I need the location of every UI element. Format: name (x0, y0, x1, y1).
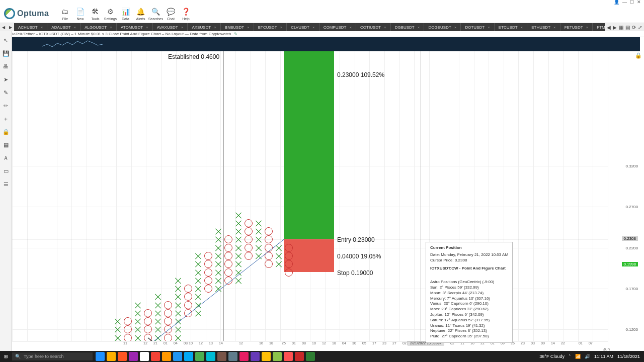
nav-back-icon[interactable]: ◀ (607, 25, 611, 30)
print-tool-icon[interactable]: 🖶 (2, 62, 10, 70)
taskbar-app-1[interactable] (107, 352, 116, 361)
clock-time[interactable]: 11:11 AM (594, 354, 613, 359)
tab-close-icon[interactable]: × (74, 25, 76, 30)
tab-close-icon[interactable]: × (586, 25, 589, 30)
tab-dogeusdt[interactable]: DOGEUSDT× (424, 23, 461, 31)
close-button[interactable]: ✕ (637, 0, 641, 5)
tray-sound-icon[interactable]: 🔊 (585, 354, 590, 359)
taskbar-app-3[interactable] (129, 352, 138, 361)
tab-close-icon[interactable]: × (280, 25, 283, 30)
grid-icon[interactable]: ▦ (619, 25, 623, 30)
taskbar-app-2[interactable] (118, 352, 127, 361)
tab-close-icon[interactable]: × (41, 25, 43, 30)
tool-alerts[interactable]: 🔔Alerts (133, 7, 147, 21)
tab-algousdt[interactable]: ALGOUSDT× (80, 23, 117, 31)
pen-tool-icon[interactable]: ✎ (2, 88, 10, 97)
tab-avaxusdt[interactable]: AVAXUSDT× (153, 23, 188, 31)
tab-nav-left[interactable]: ◀ (0, 23, 7, 31)
draw-tool-icon[interactable]: ✏ (2, 102, 10, 110)
tab-fetusdt[interactable]: FETUSDT× (560, 23, 593, 31)
tab-dotusdt[interactable]: DOTUSDT× (461, 23, 494, 31)
taskbar-app-7[interactable] (173, 352, 182, 361)
taskbar-app-9[interactable] (195, 352, 204, 361)
taskbar-app-5[interactable] (151, 352, 160, 361)
tab-close-icon[interactable]: × (146, 25, 148, 30)
tool-chat[interactable]: 💬Chat (164, 7, 178, 21)
edit-description-icon[interactable]: ✎ (234, 32, 237, 36)
taskbar-app-13[interactable] (239, 352, 249, 361)
grid-tool-icon[interactable]: ▦ (2, 141, 10, 149)
grid2-icon[interactable]: ▤ (625, 25, 630, 30)
tab-close-icon[interactable]: × (181, 25, 184, 30)
taskbar-app-15[interactable] (262, 352, 271, 361)
list-tool-icon[interactable]: ☰ (2, 180, 10, 188)
tab-label: ALGOUSDT (85, 25, 107, 30)
tab-close-icon[interactable]: × (247, 25, 250, 30)
expand-icon[interactable]: ⤢ (638, 25, 642, 30)
pointer-tool-icon[interactable]: ➤ (2, 75, 10, 83)
taskbar-search[interactable]: 🔍 Type here to search (12, 352, 93, 360)
tab-dgbusdt[interactable]: DGBUSDT× (391, 23, 425, 31)
tab-close-icon[interactable]: × (418, 25, 420, 30)
tab-close-icon[interactable]: × (384, 25, 386, 30)
taskbar-app-14[interactable] (251, 352, 260, 361)
taskbar-app-11[interactable] (217, 352, 226, 361)
tool-file[interactable]: 🗂File (58, 7, 72, 21)
tab-close-icon[interactable]: × (454, 25, 457, 30)
tab-close-icon[interactable]: × (214, 25, 216, 30)
tab-close-icon[interactable]: × (110, 25, 112, 30)
tool-help[interactable]: ❓Help (179, 7, 193, 21)
nav-fwd-icon[interactable]: ▶ (613, 25, 617, 30)
cursor-tool-icon[interactable]: ↖ (2, 36, 10, 44)
tab-close-icon[interactable]: × (488, 25, 490, 30)
minimize-button[interactable]: — (622, 0, 627, 5)
tab-ethusdt[interactable]: ETHUSDT× (527, 23, 560, 31)
taskbar-app-10[interactable] (206, 352, 215, 361)
add-tool-icon[interactable]: ＋ (2, 115, 10, 123)
text-tool-icon[interactable]: Ａ (2, 154, 10, 162)
tab-etcusdt[interactable]: ETCUSDT× (495, 23, 527, 31)
taskbar-app-19[interactable] (306, 352, 315, 361)
taskbar-app-17[interactable] (284, 352, 293, 361)
taskbar-app-8[interactable] (184, 352, 193, 361)
taskbar-app-0[interactable] (96, 352, 105, 361)
tab-axsusdt[interactable]: AXSUSDT× (188, 23, 220, 31)
tray-up-icon[interactable]: ˄ (569, 354, 571, 359)
tool-searches[interactable]: 🔍Searches (148, 7, 163, 21)
refresh-icon[interactable]: ⟳ (632, 25, 636, 30)
tool-data[interactable]: 📊Data (118, 7, 132, 21)
save-tool-icon[interactable]: 💾 (2, 49, 10, 57)
panel-tool-icon[interactable]: ▭ (2, 167, 10, 175)
tab-cotiusdt[interactable]: COTIUSDT× (356, 23, 391, 31)
tab-nav-right[interactable]: ▶ (7, 23, 14, 31)
lock-tool-icon[interactable]: 🔒 (2, 128, 10, 136)
tab-adausdt[interactable]: ADAUSDT× (47, 23, 80, 31)
tool-settings[interactable]: ⚙Settings (103, 7, 117, 21)
tab-close-icon[interactable]: × (553, 25, 556, 30)
taskbar-app-12[interactable] (228, 352, 237, 361)
tab-achusdt[interactable]: ACHUSDT× (14, 23, 47, 31)
chart-area[interactable]: Established 0.46000.23000 109.52%Entry 0… (12, 51, 608, 346)
tab-close-icon[interactable]: × (521, 25, 523, 30)
tab-close-icon[interactable]: × (349, 25, 352, 30)
tab-bnbusdt[interactable]: BNBUSDT× (221, 23, 254, 31)
tray-net-icon[interactable]: 📶 (575, 354, 581, 359)
user-icon[interactable]: 👤 (614, 0, 619, 5)
tab-clvusdt[interactable]: CLVUSDT× (287, 23, 319, 31)
tab-ftmusdt[interactable]: FTMUSDT× (593, 23, 605, 31)
weather-widget[interactable]: 36°F Cloudy (539, 354, 565, 359)
tab-atomusdt[interactable]: ATOMUSDT× (117, 23, 153, 31)
tab-btcusdt[interactable]: BTCUSDT× (254, 23, 287, 31)
tool-new[interactable]: 📄New (73, 7, 87, 21)
searches-label: Searches (148, 17, 164, 21)
maximize-button[interactable]: ☐ (630, 0, 634, 5)
taskbar-app-18[interactable] (295, 352, 304, 361)
tab-compusdt[interactable]: COMPUSDT× (319, 23, 356, 31)
taskbar-app-6[interactable] (162, 352, 171, 361)
taskbar-app-4[interactable] (140, 352, 149, 361)
start-button[interactable]: ⊞ (0, 354, 12, 359)
tool-tools[interactable]: 🛠Tools (88, 7, 102, 21)
taskbar-app-16[interactable] (273, 352, 282, 361)
tab-close-icon[interactable]: × (312, 25, 315, 30)
sparkline (42, 39, 103, 49)
